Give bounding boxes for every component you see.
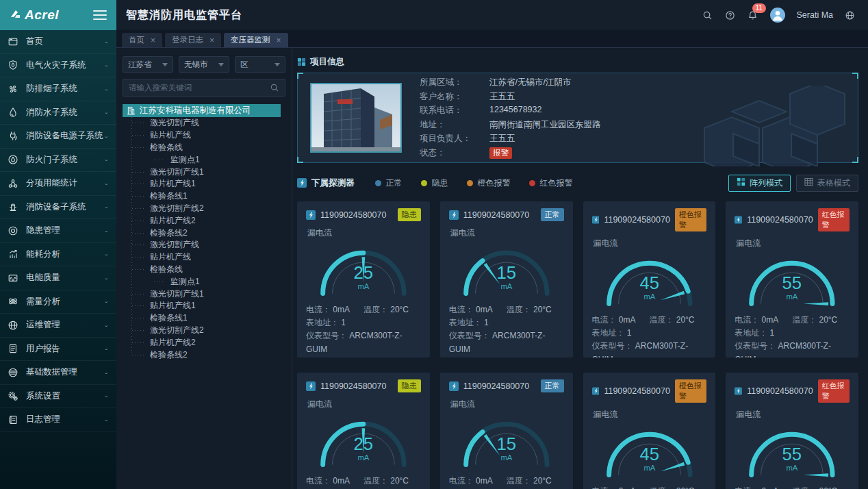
tree-item[interactable]: 检验条线1 — [129, 190, 285, 203]
tree-item[interactable]: 激光切割产线2 — [129, 203, 285, 215]
sidebar: Acrel 首页 ⌄ 电气火灾子系统 ⌄ 防排烟子系统 ⌄ 消防水子系统 ⌄ 消… — [0, 0, 116, 489]
sidebar-item-shield[interactable]: 电气火灾子系统 ⌄ — [0, 54, 116, 78]
sidebar-item-hydrant[interactable]: 消防设备子系统 ⌄ — [0, 196, 116, 220]
sidebar-item-chart[interactable]: 能耗分析 ⌄ — [0, 243, 116, 267]
detector-card[interactable]: 11909024580070 隐患 漏电流 25 mA 电流： 0mA 温度： … — [297, 201, 430, 358]
sidebar-item-water[interactable]: 消防水子系统 ⌄ — [0, 101, 116, 125]
tree-item[interactable]: 激光切割产线1 — [129, 288, 285, 300]
tree-item[interactable]: 激光切割产线 — [129, 117, 285, 129]
legend-item[interactable]: 橙色报警 — [467, 177, 511, 189]
detector-card[interactable]: 11909024580070 红色报警 漏电流 55 mA 电流： 0mA 温度… — [726, 373, 858, 489]
tree-item[interactable]: 激光切割产线2 — [129, 325, 285, 337]
tree-item[interactable]: 检验条线 — [129, 142, 285, 154]
model-label: 仪表型号： — [735, 341, 776, 351]
detector-card[interactable]: 11909024580070 正常 漏电流 15 mA 电流： 0mA 温度： … — [440, 373, 573, 489]
tree-connector — [132, 269, 144, 270]
target-icon — [8, 225, 19, 236]
temperature-label: 温度： — [792, 486, 817, 489]
detector-card[interactable]: 11909024580070 橙色报警 漏电流 45 mA 电流： 0mA 温度… — [583, 201, 716, 358]
chevron-down-icon: ⌄ — [103, 346, 109, 351]
tree-item[interactable]: 贴片机产线2 — [129, 336, 285, 349]
sidebar-item-report[interactable]: 用户报告 ⌄ — [0, 338, 116, 362]
view-mode-button[interactable]: 表格模式 — [796, 175, 858, 192]
tree-item[interactable]: 贴片机产线 — [129, 129, 285, 142]
address-value: 1 — [341, 318, 346, 327]
region-select[interactable]: 江苏省 — [123, 56, 173, 73]
tab-close-icon[interactable]: × — [151, 36, 155, 45]
sidebar-item-gear[interactable]: 系统设置 ⌄ — [0, 385, 116, 409]
chart-icon — [8, 249, 19, 260]
legend-item[interactable]: 红色报警 — [529, 177, 573, 189]
card-header: 11909024580070 橙色报警 — [592, 379, 707, 403]
sidebar-item-globe[interactable]: 运维管理 ⌄ — [0, 314, 116, 338]
sidebar-item-book[interactable]: 日志管理 ⌄ — [0, 408, 116, 432]
sidebar-item-database[interactable]: 基础数据管理 ⌄ — [0, 361, 116, 385]
sidebar-item-plug[interactable]: 消防设备电源子系统 ⌄ — [0, 125, 116, 149]
notifications-bell-icon[interactable]: 11 — [748, 10, 758, 21]
sidebar-item-atom[interactable]: 需量分析 ⌄ — [0, 290, 116, 314]
tree-item[interactable]: 贴片机产线2 — [129, 214, 285, 227]
search-icon — [270, 83, 279, 92]
acrel-logo[interactable]: Acrel — [10, 8, 59, 23]
address-value: 1 — [627, 328, 632, 338]
tree-connector — [154, 160, 165, 160]
tab[interactable]: 登录日志 × — [165, 33, 221, 47]
menu-toggle-icon[interactable] — [93, 10, 107, 20]
status-legend: 正常 隐患 橙色报警 红色报警 — [375, 177, 591, 189]
sidebar-item-fan[interactable]: 防排烟子系统 ⌄ — [0, 77, 116, 101]
tab[interactable]: 首页 × — [122, 33, 162, 47]
sidebar-item-label: 系统设置 — [26, 390, 103, 402]
legend-item[interactable]: 正常 — [375, 177, 403, 189]
tree-item[interactable]: 检验条线2 — [129, 227, 285, 239]
legend-item[interactable]: 隐患 — [421, 177, 448, 189]
tree-item[interactable]: 监测点1 — [129, 275, 285, 288]
tree-item[interactable]: 贴片机产线1 — [129, 178, 285, 190]
tree-item[interactable]: 监测点1 — [129, 153, 285, 166]
detector-card[interactable]: 11909024580070 橙色报警 漏电流 45 mA 电流： 0mA 温度… — [583, 373, 716, 489]
device-icon — [449, 381, 459, 391]
tab-close-icon[interactable]: × — [277, 36, 281, 45]
tree-item[interactable]: 检验条线 — [129, 264, 285, 276]
region-select[interactable]: 无锡市 — [179, 56, 229, 73]
alarm-status-badge: 报警 — [489, 147, 512, 159]
language-globe-icon[interactable] — [845, 10, 856, 21]
search-icon[interactable] — [702, 10, 713, 21]
search-input[interactable]: 请输入搜索关键词 — [123, 79, 285, 97]
sidebar-item-target[interactable]: 隐患管理 ⌄ — [0, 219, 116, 243]
sidebar-item-nodes[interactable]: 分项用能统计 ⌄ — [0, 172, 116, 196]
region-select[interactable]: 区 — [235, 56, 285, 73]
tree-item[interactable]: 检验条线1 — [129, 312, 285, 325]
tab[interactable]: 变压器监测 × — [224, 33, 288, 47]
tree-item[interactable]: 贴片机产线 — [129, 251, 285, 264]
current-label: 电流： — [306, 476, 331, 486]
detector-card[interactable]: 11909024580070 正常 漏电流 15 mA 电流： 0mA 温度： … — [440, 201, 573, 358]
leakage-gauge: 15 mA — [449, 409, 564, 471]
device-id: 11909024580070 — [463, 381, 536, 391]
temperature-value: 20°C — [390, 305, 409, 314]
avatar[interactable] — [770, 8, 785, 23]
chevron-down-icon: ⌄ — [103, 275, 109, 281]
tree-item[interactable]: 检验条线2 — [129, 349, 285, 361]
tree-item[interactable]: 激光切割产线 — [129, 239, 285, 251]
sidebar-item-fire-door[interactable]: 防火门子系统 ⌄ — [0, 149, 116, 173]
notification-badge: 11 — [752, 3, 766, 13]
tab-close-icon[interactable]: × — [209, 36, 214, 45]
detector-card[interactable]: 11909024580070 红色报警 漏电流 55 mA 电流： 0mA 温度… — [726, 201, 858, 358]
legend-label: 红色报警 — [540, 177, 573, 189]
svg-text:45: 45 — [639, 444, 659, 464]
view-mode-button[interactable]: 阵列模式 — [728, 175, 791, 192]
temperature-value: 20°C — [676, 486, 695, 489]
tree-item-label: 激光切割产线 — [150, 117, 199, 129]
svg-text:55: 55 — [782, 444, 802, 464]
help-icon[interactable] — [725, 10, 736, 21]
tree-root-node[interactable]: 江苏安科瑞电器制造有限公司 — [123, 104, 281, 117]
sidebar-item-wave[interactable]: 电能质量 ⌄ — [0, 266, 116, 290]
table-icon — [804, 177, 813, 188]
detector-card[interactable]: 11909024580070 隐患 漏电流 25 mA 电流： 0mA 温度： … — [297, 373, 430, 489]
sidebar-item-home[interactable]: 首页 ⌄ — [0, 30, 116, 54]
leakage-gauge: 25 mA — [306, 238, 421, 299]
user-name[interactable]: Serati Ma — [797, 10, 834, 20]
tree-item[interactable]: 贴片机产线1 — [129, 300, 285, 312]
tree-item[interactable]: 激光切割产线1 — [129, 166, 285, 178]
temperature-label: 温度： — [363, 476, 388, 486]
